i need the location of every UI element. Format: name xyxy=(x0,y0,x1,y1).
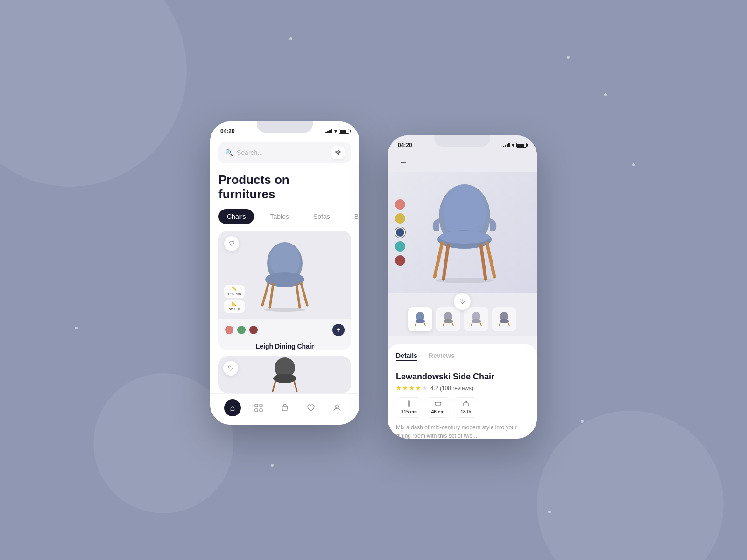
spec-box-width: 46 cm xyxy=(426,397,450,418)
deco-dot xyxy=(271,464,274,467)
thumbnail-3[interactable] xyxy=(464,307,488,331)
palette-color-blue[interactable] xyxy=(395,227,405,238)
svg-rect-51 xyxy=(464,403,468,406)
deco-dot xyxy=(548,511,551,513)
svg-line-43 xyxy=(480,322,481,326)
svg-line-34 xyxy=(415,322,416,326)
palette-color-yellow[interactable] xyxy=(395,213,405,224)
svg-point-45 xyxy=(500,319,509,323)
search-bar[interactable]: 🔍 Search... xyxy=(218,142,351,163)
spec-height-val: 115 cm xyxy=(401,409,417,414)
search-icon: 🔍 xyxy=(225,149,233,156)
color-palette xyxy=(395,199,405,266)
phones-container: 04:20 ▾ 🔍 Search... xyxy=(210,121,537,439)
svg-point-41 xyxy=(472,319,481,323)
thumbnail-1[interactable] xyxy=(408,307,432,331)
back-button[interactable]: ← xyxy=(396,155,411,170)
signal-icon xyxy=(325,129,332,133)
detail-chair-image xyxy=(418,179,507,286)
nav-grid[interactable] xyxy=(250,399,267,416)
tab-beds[interactable]: Beds xyxy=(346,209,359,224)
product-card-2[interactable]: ♡ xyxy=(218,356,351,393)
palette-color-pink[interactable] xyxy=(395,199,405,210)
star-2: ★ xyxy=(402,385,408,392)
tab-chairs[interactable]: Chairs xyxy=(218,209,254,224)
svg-line-29 xyxy=(444,245,448,279)
deco-dot xyxy=(289,37,292,40)
nav-bag[interactable] xyxy=(276,399,293,416)
detail-top-area: ← xyxy=(388,152,537,336)
wishlist-float-button[interactable]: ♡ xyxy=(454,293,471,310)
star-5-half: ★ xyxy=(422,385,428,392)
chair-image-1 xyxy=(252,238,317,312)
notch xyxy=(257,121,313,133)
spec-box-height: 115 cm xyxy=(396,397,422,418)
thumbnail-4[interactable] xyxy=(492,307,516,331)
spec-width-val: 46 cm xyxy=(431,409,444,414)
star-3: ★ xyxy=(409,385,415,392)
palette-color-teal[interactable] xyxy=(395,241,405,252)
add-color-button[interactable]: + xyxy=(332,324,345,336)
svg-line-17 xyxy=(294,381,297,391)
chair-image-2 xyxy=(266,356,303,393)
wifi-icon-2: ▾ xyxy=(512,142,514,148)
status-icons: ▾ xyxy=(325,128,349,134)
color-option-brown[interactable] xyxy=(249,326,258,334)
svg-rect-20 xyxy=(255,409,258,412)
deco-dot xyxy=(581,420,584,423)
deco-dot xyxy=(567,56,570,59)
svg-line-28 xyxy=(487,243,494,277)
product-name-1: Leigh Dining Chair xyxy=(225,343,345,350)
search-placeholder[interactable]: Search... xyxy=(237,149,328,156)
svg-rect-18 xyxy=(255,404,258,407)
deco-dot xyxy=(75,327,78,329)
spec-weight-val: 18 lb xyxy=(461,409,472,414)
svg-rect-21 xyxy=(260,409,262,412)
svg-point-31 xyxy=(436,278,493,283)
status-icons-2: ▾ xyxy=(503,142,527,148)
svg-point-33 xyxy=(416,319,425,323)
rating-text: 4.2 (108 reviews) xyxy=(430,385,473,392)
svg-point-22 xyxy=(336,405,339,408)
deco-dot xyxy=(632,163,635,166)
detail-panel: Details Reviews Lewandowski Side Chair ★… xyxy=(388,344,537,439)
svg-point-26 xyxy=(439,231,490,244)
svg-point-13 xyxy=(264,308,306,312)
screen-content-1: 🔍 Search... Products on furnitures xyxy=(210,138,359,393)
wishlist-button-2[interactable]: ♡ xyxy=(223,361,238,376)
tab-reviews[interactable]: Reviews xyxy=(429,352,455,361)
tab-sofas[interactable]: Sofas xyxy=(305,209,338,224)
svg-line-16 xyxy=(273,381,275,391)
svg-point-8 xyxy=(265,272,304,287)
svg-point-3 xyxy=(338,151,340,152)
battery-icon xyxy=(339,129,349,134)
tab-tables[interactable]: Tables xyxy=(261,209,297,224)
spec-box-weight: 18 lb xyxy=(454,397,478,418)
svg-point-37 xyxy=(444,319,453,323)
weight-icon xyxy=(463,400,469,408)
category-tabs: Chairs Tables Sofas Beds xyxy=(210,209,359,224)
palette-color-red[interactable] xyxy=(395,255,405,266)
star-4: ★ xyxy=(416,385,421,392)
product-detail-name: Lewandowski Side Chair xyxy=(396,372,529,382)
deco-dot xyxy=(604,93,607,96)
tab-details[interactable]: Details xyxy=(396,352,417,361)
nav-home[interactable]: ⌂ xyxy=(224,399,241,416)
time-display: 04:20 xyxy=(220,128,235,134)
bg-decoration-1 xyxy=(0,0,187,187)
color-option-green[interactable] xyxy=(237,326,246,334)
wishlist-button-1[interactable]: ♡ xyxy=(224,236,239,251)
thumbnail-2[interactable] xyxy=(436,307,460,331)
wishlist-spacer: ♡ xyxy=(388,293,537,302)
detail-header: ← xyxy=(388,152,537,172)
svg-line-10 xyxy=(301,283,307,305)
product-card-1[interactable]: ♡ 📏 115 cm 📐 85 cm xyxy=(218,231,351,350)
phone-list-screen: 04:20 ▾ 🔍 Search... xyxy=(210,121,359,425)
svg-line-30 xyxy=(481,245,486,279)
nav-wishlist[interactable] xyxy=(303,399,319,416)
svg-line-39 xyxy=(452,322,453,326)
color-option-red[interactable] xyxy=(225,326,233,334)
width-icon xyxy=(435,400,441,408)
filter-icon[interactable] xyxy=(331,146,345,159)
nav-profile[interactable] xyxy=(329,399,345,416)
